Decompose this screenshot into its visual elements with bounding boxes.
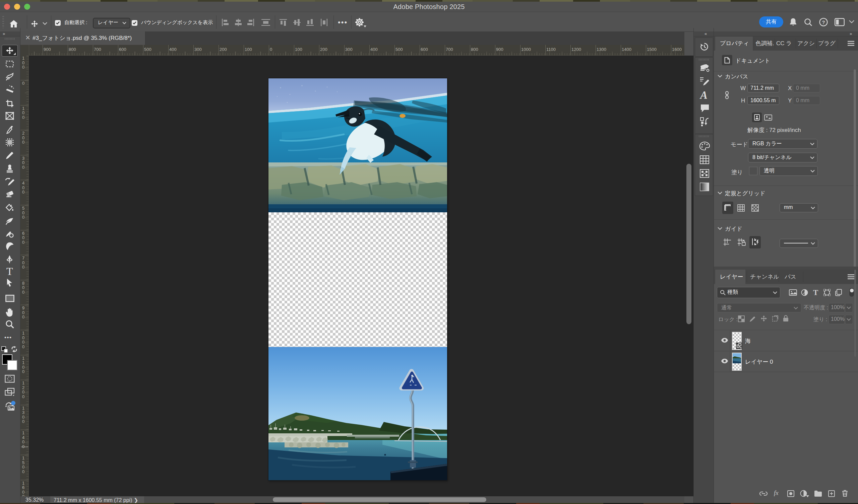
svg-text:?: ? [822,19,825,25]
